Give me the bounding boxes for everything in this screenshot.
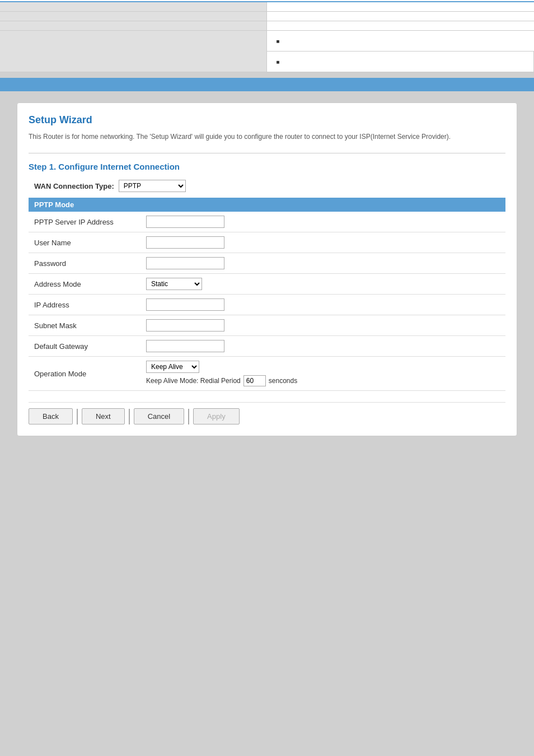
table-cell-label <box>0 2 267 12</box>
table-cell-label <box>0 21 267 31</box>
password-input[interactable] <box>146 257 224 269</box>
bullet-item <box>276 58 524 65</box>
field-label-pptp-server: PPTP Server IP Address <box>29 212 140 232</box>
field-label-subnet-mask: Subnet Mask <box>29 315 140 336</box>
field-label-address-mode: Address Mode <box>29 274 140 295</box>
table-row <box>0 31 534 52</box>
page-wrapper: Setup Wizard This Router is for home net… <box>0 0 534 756</box>
default-gateway-input[interactable] <box>146 340 224 352</box>
main-content: Setup Wizard This Router is for home net… <box>0 91 534 447</box>
pptp-server-ip-input[interactable] <box>146 216 224 228</box>
top-table <box>0 2 534 72</box>
ip-address-input[interactable] <box>146 298 224 311</box>
field-value-username <box>140 232 505 253</box>
field-label-operation-mode: Operation Mode <box>29 357 140 391</box>
table-row-username: User Name <box>29 232 505 253</box>
wizard-card: Setup Wizard This Router is for home net… <box>17 102 517 436</box>
table-cell-label <box>0 31 267 72</box>
table-row-pptp-server: PPTP Server IP Address <box>29 212 505 232</box>
table-row <box>0 2 534 12</box>
field-value-operation-mode: Keep Alive On Demand Manual Keep Alive M… <box>140 357 505 391</box>
wizard-description: This Router is for home networking. The … <box>29 132 505 142</box>
table-cell-value <box>267 2 534 12</box>
button-separator <box>77 409 78 424</box>
table-row-default-gateway: Default Gateway <box>29 336 505 357</box>
blue-bar <box>0 78 534 91</box>
field-value-address-mode: Static Dynamic <box>140 274 505 295</box>
address-mode-select[interactable]: Static Dynamic <box>146 278 202 290</box>
field-value-pptp-server <box>140 212 505 232</box>
table-cell-value <box>267 31 534 52</box>
field-label-password: Password <box>29 253 140 274</box>
table-row <box>0 21 534 31</box>
button-separator-3 <box>188 409 189 424</box>
step-title: Step 1. Configure Internet Connection <box>29 162 505 171</box>
redial-period-row: Keep Alive Mode: Redial Period senconds <box>146 375 500 386</box>
table-row-subnet-mask: Subnet Mask <box>29 315 505 336</box>
cancel-button[interactable]: Cancel <box>134 408 184 424</box>
bullet-item <box>276 38 524 44</box>
next-button[interactable]: Next <box>82 408 125 424</box>
table-cell-label <box>0 12 267 21</box>
table-row-address-mode: Address Mode Static Dynamic <box>29 274 505 295</box>
redial-period-label: Keep Alive Mode: Redial Period <box>146 377 241 385</box>
table-row-operation-mode: Operation Mode Keep Alive On Demand Manu… <box>29 357 505 391</box>
redial-period-input[interactable] <box>243 375 266 386</box>
wan-connection-select[interactable]: PPTP PPPoE DHCP Static IP <box>119 180 186 192</box>
back-button[interactable]: Back <box>29 408 73 424</box>
field-label-ip-address: IP Address <box>29 295 140 315</box>
keep-alive-select[interactable]: Keep Alive On Demand Manual <box>146 361 199 373</box>
section-divider <box>29 153 505 153</box>
field-value-ip-address <box>140 295 505 315</box>
wizard-title: Setup Wizard <box>29 114 505 126</box>
wan-connection-label: WAN Connection Type: <box>34 182 114 190</box>
pptp-mode-header: PPTP Mode <box>29 198 505 212</box>
form-table: PPTP Server IP Address User Name Passwor… <box>29 212 505 391</box>
table-row <box>0 12 534 21</box>
table-row-password: Password <box>29 253 505 274</box>
field-value-subnet-mask <box>140 315 505 336</box>
keep-alive-row: Keep Alive On Demand Manual <box>146 361 500 373</box>
table-cell-value <box>267 12 534 21</box>
field-label-default-gateway: Default Gateway <box>29 336 140 357</box>
redial-period-unit: senconds <box>269 377 297 385</box>
table-row-ip-address: IP Address <box>29 295 505 315</box>
table-cell-value <box>267 52 534 72</box>
button-separator-2 <box>129 409 130 424</box>
wan-type-row: WAN Connection Type: PPTP PPPoE DHCP Sta… <box>29 180 505 192</box>
field-value-default-gateway <box>140 336 505 357</box>
field-value-password <box>140 253 505 274</box>
username-input[interactable] <box>146 236 224 249</box>
subnet-mask-input[interactable] <box>146 319 224 332</box>
field-label-username: User Name <box>29 232 140 253</box>
operation-mode-cell: Keep Alive On Demand Manual Keep Alive M… <box>146 361 500 386</box>
apply-button[interactable]: Apply <box>193 408 240 424</box>
button-row: Back Next Cancel Apply <box>29 402 505 424</box>
table-cell-value <box>267 21 534 31</box>
